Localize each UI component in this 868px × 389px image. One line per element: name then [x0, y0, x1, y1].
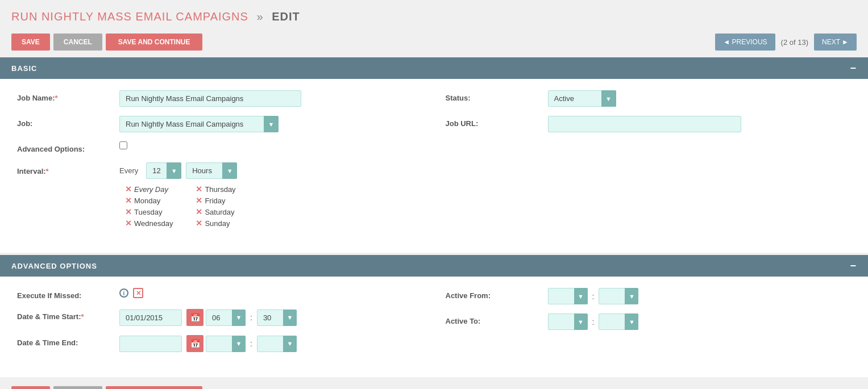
active-from-colon: :: [592, 292, 595, 301]
basic-collapse-icon[interactable]: −: [850, 63, 857, 73]
active-to-hour-wrapper: ▼: [548, 313, 588, 330]
bottom-toolbar-left: SAVE CANCEL SAVE AND CONTINUE: [11, 386, 202, 389]
hour-end-wrapper: ▼: [206, 336, 246, 352]
basic-section: BASIC − Job Name:*: [0, 57, 868, 253]
interval-label: Interval:*: [17, 162, 119, 175]
date-time-end-label: Date & Time End:: [17, 335, 119, 347]
day-thursday: ✕ Thursday: [196, 185, 235, 194]
save-continue-button-bottom[interactable]: SAVE AND CONTINUE: [106, 386, 203, 389]
basic-section-header: BASIC −: [0, 57, 868, 79]
active-from-minute-select[interactable]: [599, 288, 638, 304]
job-name-label: Job Name:*: [17, 90, 119, 102]
title-separator: »: [256, 10, 263, 23]
hour-end-select[interactable]: [206, 336, 246, 352]
date-time-start-label: Date & Time Start:*: [17, 309, 119, 321]
status-row: Status: Active Inactive ▼: [446, 90, 852, 107]
save-continue-button-top[interactable]: SAVE AND CONTINUE: [106, 34, 203, 51]
job-label: Job:: [17, 116, 119, 128]
date-start-calendar-btn[interactable]: 📅: [186, 309, 203, 326]
job-select-wrapper: Run Nightly Mass Email Campaigns ▼: [119, 116, 279, 132]
interval-number-wrapper: 12 ▼: [146, 162, 181, 179]
save-button-bottom[interactable]: SAVE: [11, 386, 50, 389]
day-wednesday: ✕ Wednesday: [125, 219, 173, 228]
advanced-section-header: ADVANCED OPTIONS −: [0, 255, 868, 277]
previous-button[interactable]: ◄ PREVIOUS: [715, 34, 775, 51]
day-sunday: ✕ Sunday: [196, 219, 235, 228]
day-monday: ✕ Monday: [125, 196, 173, 205]
advanced-section: ADVANCED OPTIONS − Execute If Missed: i …: [0, 255, 868, 377]
job-row: Job: Run Nightly Mass Email Campaigns ▼: [17, 116, 423, 132]
interval-unit-wrapper: Hours ▼: [186, 162, 237, 179]
interval-row: Interval:* Every 12 ▼: [17, 162, 423, 228]
active-to-colon: :: [592, 317, 595, 327]
execute-x-button[interactable]: ✕: [133, 288, 143, 298]
day-every-day: ✕ Every Day: [125, 185, 173, 194]
job-select[interactable]: Run Nightly Mass Email Campaigns: [119, 116, 279, 132]
date-time-start-row: Date & Time Start:* 📅 06 ▼ :: [17, 309, 423, 326]
minute-start-wrapper: 30 ▼: [257, 309, 297, 326]
active-to-minute-select[interactable]: [599, 313, 638, 330]
advanced-options-label: Advanced Options:: [17, 141, 119, 153]
day-tuesday: ✕ Tuesday: [125, 207, 173, 216]
active-to-hour-select[interactable]: [548, 313, 588, 330]
date-start-input[interactable]: [119, 309, 182, 326]
bottom-toolbar: SAVE CANCEL SAVE AND CONTINUE: [0, 379, 868, 389]
job-name-row: Job Name:*: [17, 90, 423, 107]
job-url-row: Job URL:: [446, 116, 852, 132]
basic-section-title: BASIC: [11, 64, 37, 73]
title-part2: EDIT: [272, 10, 300, 23]
interval-number-select[interactable]: 12: [146, 162, 181, 179]
page-count: (2 of 13): [781, 38, 808, 47]
page-title: RUN NIGHTLY MASS EMAIL CAMPAIGNS » EDIT: [0, 0, 868, 29]
info-icon[interactable]: i: [119, 288, 128, 298]
active-from-hour-select[interactable]: [548, 288, 588, 304]
active-from-hour-wrapper: ▼: [548, 288, 588, 304]
days-col-right: ✕ Thursday ✕ Friday ✕ Sa: [196, 185, 235, 228]
cancel-button-bottom[interactable]: CANCEL: [53, 386, 102, 389]
hour-start-select[interactable]: 06: [206, 309, 246, 326]
active-from-label: Active From:: [446, 288, 548, 300]
toolbar-left: SAVE CANCEL SAVE AND CONTINUE: [11, 34, 202, 51]
date-end-input[interactable]: [119, 336, 182, 352]
toolbar-right: ◄ PREVIOUS (2 of 13) NEXT ►: [715, 34, 857, 51]
next-button[interactable]: NEXT ►: [814, 34, 857, 51]
cancel-button-top[interactable]: CANCEL: [53, 34, 102, 51]
advanced-collapse-icon[interactable]: −: [850, 261, 857, 271]
hour-start-wrapper: 06 ▼: [206, 309, 246, 326]
execute-if-missed-row: Execute If Missed: i ✕: [17, 288, 423, 300]
minute-end-select[interactable]: [257, 336, 297, 352]
job-url-input[interactable]: [548, 116, 741, 132]
basic-section-body: Job Name:* Job:: [0, 79, 868, 253]
active-to-row: Active To: ▼ :: [446, 313, 852, 330]
active-to-minute-wrapper: ▼: [599, 313, 638, 330]
title-part1: RUN NIGHTLY MASS EMAIL CAMPAIGNS: [11, 10, 248, 23]
execute-if-missed-label: Execute If Missed:: [17, 288, 119, 300]
minute-start-select[interactable]: 30: [257, 309, 297, 326]
job-name-input[interactable]: [119, 90, 301, 107]
status-label: Status:: [446, 90, 548, 102]
status-select-wrapper: Active Inactive ▼: [548, 90, 616, 107]
every-label: Every: [119, 166, 138, 175]
advanced-options-checkbox[interactable]: [119, 141, 127, 149]
active-from-minute-wrapper: ▼: [599, 288, 638, 304]
days-col-left: ✕ Every Day ✕ Monday ✕ T: [125, 185, 173, 228]
job-url-label: Job URL:: [446, 116, 548, 128]
active-to-label: Active To:: [446, 313, 548, 325]
date-time-end-row: Date & Time End: 📅 ▼ :: [17, 335, 423, 352]
page-wrapper: RUN NIGHTLY MASS EMAIL CAMPAIGNS » EDIT …: [0, 0, 868, 389]
time-colon: :: [250, 313, 252, 322]
advanced-section-title: ADVANCED OPTIONS: [11, 262, 97, 270]
day-saturday: ✕ Saturday: [196, 207, 235, 216]
save-button-top[interactable]: SAVE: [11, 34, 50, 51]
minute-end-wrapper: ▼: [257, 336, 297, 352]
interval-unit-select[interactable]: Hours: [186, 162, 237, 179]
advanced-section-body: Execute If Missed: i ✕ Date & Time Start…: [0, 277, 868, 377]
advanced-options-row: Advanced Options:: [17, 141, 423, 153]
day-friday: ✕ Friday: [196, 196, 235, 205]
top-toolbar: SAVE CANCEL SAVE AND CONTINUE ◄ PREVIOUS…: [0, 29, 868, 57]
active-from-row: Active From: ▼ :: [446, 288, 852, 304]
status-select[interactable]: Active Inactive: [548, 90, 616, 107]
date-end-calendar-btn[interactable]: 📅: [186, 335, 203, 352]
time-colon-end: :: [250, 339, 252, 348]
